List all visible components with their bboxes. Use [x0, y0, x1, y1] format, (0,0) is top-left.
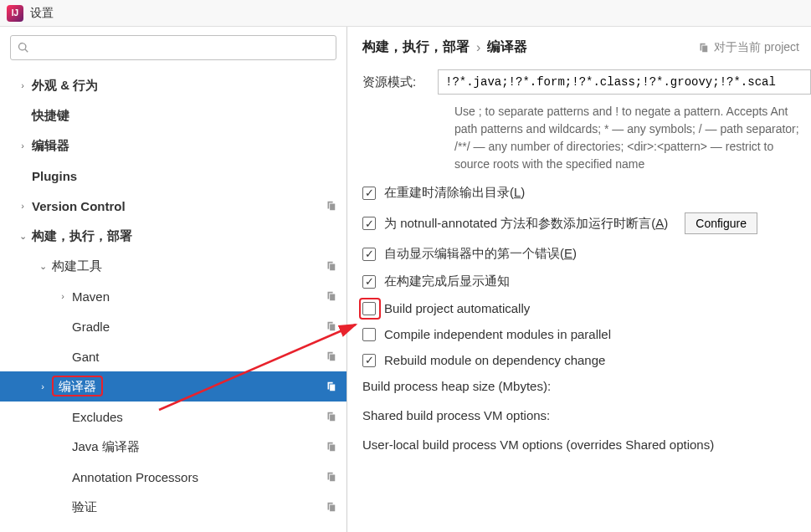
tree-item-label: 验证 — [72, 499, 325, 515]
app-icon: IJ — [7, 5, 23, 22]
tree-item-14[interactable]: 验证 — [0, 492, 346, 522]
setting-label-1: Shared build process VM options: — [362, 408, 811, 422]
tree-item-5[interactable]: ⌄构建，执行，部署 — [0, 221, 346, 251]
expand-arrow-icon[interactable]: ⌄ — [17, 231, 28, 242]
tree-item-0[interactable]: ›外观 & 行为 — [0, 70, 346, 100]
copy-icon — [325, 200, 336, 212]
checkbox-row-0: 在重建时清除输出目录(L) — [362, 185, 811, 201]
checkbox-row-2: 自动显示编辑器中的第一个错误(E) — [362, 246, 811, 262]
titlebar: IJ 设置 — [0, 0, 811, 27]
breadcrumb: 构建，执行，部署 › 编译器 — [362, 38, 527, 56]
tree-item-8[interactable]: Gradle — [0, 311, 346, 341]
copy-icon — [325, 501, 336, 513]
expand-arrow-icon[interactable]: › — [17, 80, 28, 90]
tree-item-2[interactable]: ›编辑器 — [0, 130, 346, 161]
tree-item-label: 构建工具 — [52, 258, 325, 274]
tree-item-13[interactable]: Annotation Processors — [0, 462, 346, 492]
checkbox-label: Compile independent modules in parallel — [384, 327, 611, 341]
checkbox-label: 在重建时清除输出目录(L) — [384, 185, 525, 201]
copy-icon — [325, 350, 336, 362]
tree-item-6[interactable]: ⌄构建工具 — [0, 251, 346, 281]
tree-item-label: 构建，执行，部署 — [32, 228, 336, 244]
copy-icon — [325, 260, 336, 272]
tree-item-1[interactable]: 快捷键 — [0, 100, 346, 130]
resource-pattern-hint: Use ; to separate patterns and ! to nega… — [454, 103, 811, 173]
tree-item-label: Annotation Processors — [72, 470, 325, 484]
tree-item-label: Version Control — [32, 199, 325, 213]
tree-item-9[interactable]: Gant — [0, 341, 346, 371]
scope-label: 对于当前 project — [697, 40, 799, 55]
breadcrumb-a: 构建，执行，部署 — [362, 38, 470, 56]
tree-item-label: 编译器 — [52, 379, 325, 395]
copy-icon — [325, 320, 336, 332]
search-input[interactable] — [10, 35, 336, 60]
tree-item-label: Gant — [72, 350, 325, 364]
tree-item-label: Gradle — [72, 320, 325, 334]
expand-arrow-icon[interactable]: ⌄ — [37, 261, 49, 272]
sidebar: ›外观 & 行为快捷键›编辑器Plugins›Version Control⌄构… — [0, 27, 347, 532]
resource-pattern-input[interactable] — [438, 69, 811, 95]
tree-item-11[interactable]: Excludes — [0, 402, 346, 432]
tree-item-4[interactable]: ›Version Control — [0, 191, 346, 221]
setting-label-0: Build process heap size (Mbytes): — [362, 379, 811, 393]
tree-item-label: 编辑器 — [32, 138, 336, 154]
checkbox[interactable] — [362, 217, 376, 230]
checkbox-label: Build project automatically — [384, 301, 530, 315]
checkbox-row-6: Rebuild module on dependency change — [362, 353, 811, 367]
configure-annotations-button[interactable]: Configure — [685, 212, 757, 234]
checkbox[interactable] — [362, 302, 376, 315]
copy-icon — [697, 42, 709, 54]
checkbox[interactable] — [362, 248, 376, 261]
checkbox-row-3: 在构建完成后显示通知 — [362, 274, 811, 289]
expand-arrow-icon[interactable]: › — [57, 291, 69, 301]
tree-item-label: 快捷键 — [32, 108, 336, 124]
checkbox[interactable] — [362, 275, 376, 289]
tree-item-label: 外观 & 行为 — [32, 78, 336, 94]
tree-item-7[interactable]: ›Maven — [0, 281, 346, 311]
expand-arrow-icon[interactable]: › — [37, 381, 49, 391]
checkbox-label: 自动显示编辑器中的第一个错误(E) — [384, 246, 577, 262]
tree-item-label: Plugins — [32, 169, 336, 183]
breadcrumb-b: 编译器 — [487, 38, 527, 56]
breadcrumb-sep: › — [476, 40, 480, 55]
search-icon — [18, 42, 29, 54]
checkbox-label: 在构建完成后显示通知 — [384, 274, 510, 289]
resource-pattern-label: 资源模式: — [362, 74, 438, 90]
tree-item-10[interactable]: ›编译器 — [0, 371, 346, 402]
tree-item-3[interactable]: Plugins — [0, 161, 346, 191]
checkbox[interactable] — [362, 354, 376, 367]
tree-item-12[interactable]: Java 编译器 — [0, 432, 346, 462]
tree-item-label: Maven — [72, 289, 325, 304]
window-title: 设置 — [30, 6, 54, 21]
settings-tree: ›外观 & 行为快捷键›编辑器Plugins›Version Control⌄构… — [0, 67, 346, 532]
checkbox-row-5: Compile independent modules in parallel — [362, 327, 811, 341]
checkbox[interactable] — [362, 328, 376, 341]
expand-arrow-icon[interactable]: › — [17, 141, 28, 151]
copy-icon — [325, 411, 336, 422]
tree-item-label: Java 编译器 — [72, 439, 325, 455]
tree-item-label: Excludes — [72, 410, 325, 424]
copy-icon — [325, 441, 336, 453]
checkbox-label: 为 notnull-annotated 方法和参数添加运行时断言(A) — [384, 216, 668, 232]
setting-label-2: User-local build process VM options (ove… — [362, 437, 811, 452]
checkbox[interactable] — [362, 187, 376, 200]
main-panel: 构建，执行，部署 › 编译器 对于当前 project 资源模式: Use ; … — [347, 27, 811, 532]
copy-icon — [325, 381, 336, 392]
checkbox-row-4: Build project automatically — [362, 301, 811, 315]
checkbox-row-1: 为 notnull-annotated 方法和参数添加运行时断言(A)Confi… — [362, 212, 811, 234]
copy-icon — [325, 290, 336, 302]
search-field[interactable] — [34, 42, 329, 54]
copy-icon — [325, 471, 336, 483]
expand-arrow-icon[interactable]: › — [17, 201, 28, 211]
checkbox-label: Rebuild module on dependency change — [384, 353, 605, 367]
